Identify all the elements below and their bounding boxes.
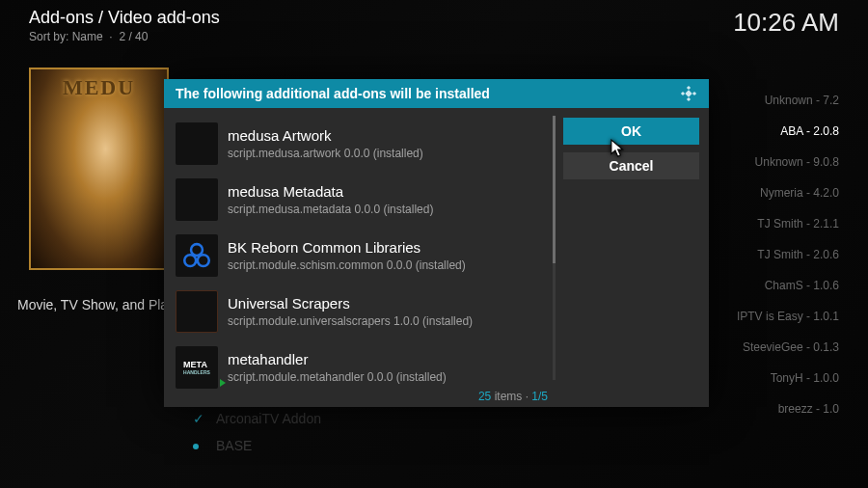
dep-meta: script.module.metahandler 0.0.0 (install… <box>228 370 447 384</box>
list-item[interactable]: ArconaiTV Addon <box>193 405 321 432</box>
dep-item[interactable]: medusa Artworkscript.medusa.artwork 0.0.… <box>172 116 557 172</box>
sort-info: Sort by: Name · 2 / 40 <box>29 30 220 43</box>
ok-button[interactable]: OK <box>563 118 699 145</box>
clock: 10:26 AM <box>733 8 839 38</box>
scrollbar[interactable] <box>553 116 556 380</box>
dep-meta: script.medusa.artwork 0.0.0 (installed) <box>228 147 423 160</box>
sidebar-item[interactable]: SteevieGee - 0.1.3 <box>704 332 839 363</box>
meta-icon: METAHANDLERS <box>176 346 218 389</box>
dialog-title: The following additional add-ons will be… <box>176 79 490 108</box>
svg-rect-3 <box>692 92 696 95</box>
svg-point-5 <box>191 244 203 256</box>
install-deps-dialog: The following additional add-ons will be… <box>164 79 709 407</box>
sidebar-item[interactable]: TJ Smith - 2.1.1 <box>704 208 839 239</box>
svg-rect-2 <box>681 92 685 95</box>
items-page: 1/5 <box>531 390 548 403</box>
svg-point-7 <box>198 255 209 266</box>
dep-item[interactable]: METAHANDLERSmetahandlerscript.module.met… <box>172 339 557 395</box>
pager: 2 / 40 <box>119 30 148 43</box>
dep-item[interactable]: Universal Scrapersscript.module.universa… <box>172 284 557 339</box>
addon-list-partial: ArconaiTV AddonBASE <box>193 405 321 459</box>
sidebar-item[interactable]: TJ Smith - 2.0.6 <box>704 239 839 270</box>
dialog-titlebar: The following additional add-ons will be… <box>164 79 709 108</box>
deps-list[interactable]: medusa Artworkscript.medusa.artwork 0.0.… <box>164 108 557 407</box>
sort-by-label[interactable]: Sort by: Name <box>29 30 103 43</box>
breadcrumb: Add-ons / Video add-ons <box>29 8 220 28</box>
dep-item[interactable]: BK Reborn Common Librariesscript.module.… <box>172 228 557 284</box>
sidebar-item[interactable]: ABA - 2.0.8 <box>704 116 839 147</box>
items-word: items <box>495 390 523 403</box>
author-sidebar: Unknown - 7.2ABA - 2.0.8Unknown - 9.0.8N… <box>704 85 839 424</box>
svg-rect-1 <box>687 97 691 101</box>
sidebar-item[interactable]: Nymeria - 4.2.0 <box>704 177 839 208</box>
sidebar-item[interactable]: TonyH - 1.0.0 <box>704 363 839 393</box>
sidebar-item[interactable]: IPTV is Easy - 1.0.1 <box>704 301 839 332</box>
items-count: 25 <box>478 390 491 403</box>
scrollbar-thumb[interactable] <box>553 116 556 263</box>
svg-rect-4 <box>685 90 692 96</box>
dep-meta: script.medusa.metadata 0.0.0 (installed) <box>228 203 433 216</box>
univ-icon <box>176 290 218 333</box>
dep-item[interactable]: medusa Metadatascript.medusa.metadata 0.… <box>172 172 557 228</box>
bk-icon <box>176 234 218 277</box>
svg-rect-0 <box>687 86 691 90</box>
dep-name: medusa Metadata <box>228 183 433 200</box>
dep-name: metahandler <box>228 351 447 367</box>
kodi-logo-icon <box>680 85 697 102</box>
dep-name: Universal Scrapers <box>228 295 473 312</box>
dep-meta: script.module.schism.common 0.0.0 (insta… <box>228 258 466 272</box>
medusa-icon <box>176 122 218 165</box>
dialog-status: 25 items · 1/5 <box>478 390 548 403</box>
dep-meta: script.module.universalscrapers 1.0.0 (i… <box>228 314 473 328</box>
addon-poster <box>29 68 169 270</box>
svg-point-6 <box>184 255 196 266</box>
dep-name: medusa Artwork <box>228 127 423 144</box>
dep-name: BK Reborn Common Libraries <box>228 239 466 256</box>
sidebar-item[interactable]: Unknown - 7.2 <box>704 85 839 116</box>
sidebar-item[interactable]: Unknown - 9.0.8 <box>704 147 839 177</box>
cancel-button[interactable]: Cancel <box>563 152 699 179</box>
sidebar-item[interactable]: ChamS - 1.0.6 <box>704 270 839 301</box>
addon-tagline: Movie, TV Show, and Pla <box>17 297 168 312</box>
medusa-icon <box>176 178 218 221</box>
list-item[interactable]: BASE <box>193 432 321 459</box>
sidebar-item[interactable]: breezz - 1.0 <box>704 393 839 424</box>
breadcrumb-area: Add-ons / Video add-ons Sort by: Name · … <box>29 8 220 43</box>
